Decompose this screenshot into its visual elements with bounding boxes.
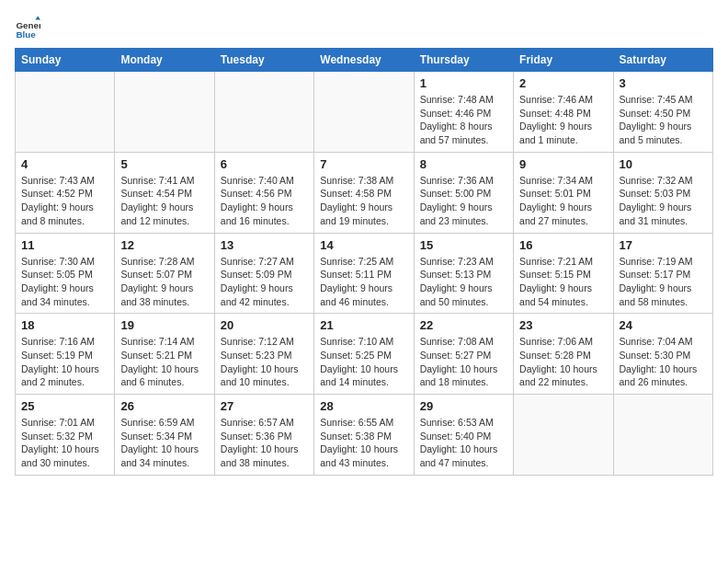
calendar-cell [16,72,115,153]
day-info: Sunrise: 6:59 AMSunset: 5:34 PMDaylight:… [120,416,208,470]
day-number: 15 [420,238,507,252]
calendar-cell [514,395,613,476]
day-info: Sunrise: 6:53 AMSunset: 5:40 PMDaylight:… [420,416,507,470]
day-info: Sunrise: 7:41 AMSunset: 4:54 PMDaylight:… [120,174,208,228]
calendar-cell: 13Sunrise: 7:27 AMSunset: 5:09 PMDayligh… [214,233,313,314]
day-info: Sunrise: 7:32 AMSunset: 5:03 PMDaylight:… [620,174,707,228]
logo-icon: General Blue [15,15,40,40]
day-info: Sunrise: 7:04 AMSunset: 5:30 PMDaylight:… [620,335,707,389]
calendar-cell: 28Sunrise: 6:55 AMSunset: 5:38 PMDayligh… [314,395,414,476]
day-number: 23 [519,318,607,332]
calendar-cell: 25Sunrise: 7:01 AMSunset: 5:32 PMDayligh… [16,395,115,476]
day-info: Sunrise: 7:14 AMSunset: 5:21 PMDaylight:… [120,335,208,389]
day-number: 22 [420,318,507,332]
calendar-cell: 1Sunrise: 7:48 AMSunset: 4:46 PMDaylight… [414,72,513,153]
calendar-cell [613,395,712,476]
calendar-cell: 11Sunrise: 7:30 AMSunset: 5:05 PMDayligh… [16,233,115,314]
day-number: 29 [420,399,507,413]
day-info: Sunrise: 7:46 AMSunset: 4:48 PMDaylight:… [519,93,607,147]
calendar-header-thursday: Thursday [414,49,513,72]
calendar-header-saturday: Saturday [613,49,712,72]
day-number: 8 [420,157,507,171]
day-info: Sunrise: 7:23 AMSunset: 5:13 PMDaylight:… [420,255,507,309]
day-number: 18 [21,318,108,332]
day-info: Sunrise: 6:55 AMSunset: 5:38 PMDaylight:… [320,416,407,470]
calendar-cell [115,72,214,153]
day-number: 4 [21,157,108,171]
day-info: Sunrise: 6:57 AMSunset: 5:36 PMDaylight:… [221,416,308,470]
day-number: 6 [221,157,308,171]
calendar-table: SundayMondayTuesdayWednesdayThursdayFrid… [15,48,713,476]
day-number: 10 [620,157,707,171]
day-number: 3 [620,76,707,90]
calendar-cell: 15Sunrise: 7:23 AMSunset: 5:13 PMDayligh… [414,233,513,314]
calendar-cell: 6Sunrise: 7:40 AMSunset: 4:56 PMDaylight… [214,152,313,233]
svg-text:Blue: Blue [16,29,36,40]
svg-marker-2 [35,16,40,19]
day-number: 28 [320,399,407,413]
day-info: Sunrise: 7:16 AMSunset: 5:19 PMDaylight:… [21,335,108,389]
day-number: 14 [320,238,407,252]
calendar-cell [214,72,313,153]
calendar-header-wednesday: Wednesday [314,49,414,72]
calendar-cell: 14Sunrise: 7:25 AMSunset: 5:11 PMDayligh… [314,233,414,314]
day-info: Sunrise: 7:43 AMSunset: 4:52 PMDaylight:… [21,174,108,228]
day-info: Sunrise: 7:28 AMSunset: 5:07 PMDaylight:… [120,255,208,309]
day-info: Sunrise: 7:45 AMSunset: 4:50 PMDaylight:… [620,93,707,147]
calendar-header-friday: Friday [514,49,613,72]
day-info: Sunrise: 7:12 AMSunset: 5:23 PMDaylight:… [221,335,308,389]
calendar-cell: 12Sunrise: 7:28 AMSunset: 5:07 PMDayligh… [115,233,214,314]
day-info: Sunrise: 7:01 AMSunset: 5:32 PMDaylight:… [21,416,108,470]
calendar-cell: 17Sunrise: 7:19 AMSunset: 5:17 PMDayligh… [613,233,712,314]
calendar-cell: 10Sunrise: 7:32 AMSunset: 5:03 PMDayligh… [613,152,712,233]
calendar-week-row-2: 4Sunrise: 7:43 AMSunset: 4:52 PMDaylight… [16,152,713,233]
day-number: 21 [320,318,407,332]
day-info: Sunrise: 7:06 AMSunset: 5:28 PMDaylight:… [519,335,607,389]
day-number: 11 [21,238,108,252]
logo: General Blue [15,15,44,40]
day-number: 5 [120,157,208,171]
day-info: Sunrise: 7:25 AMSunset: 5:11 PMDaylight:… [320,255,407,309]
calendar-cell: 24Sunrise: 7:04 AMSunset: 5:30 PMDayligh… [613,314,712,395]
calendar-cell [314,72,414,153]
day-info: Sunrise: 7:10 AMSunset: 5:25 PMDaylight:… [320,335,407,389]
calendar-cell: 27Sunrise: 6:57 AMSunset: 5:36 PMDayligh… [214,395,313,476]
calendar-cell: 4Sunrise: 7:43 AMSunset: 4:52 PMDaylight… [16,152,115,233]
day-number: 27 [221,399,308,413]
calendar-cell: 7Sunrise: 7:38 AMSunset: 4:58 PMDaylight… [314,152,414,233]
calendar-cell: 16Sunrise: 7:21 AMSunset: 5:15 PMDayligh… [514,233,613,314]
calendar-week-row-1: 1Sunrise: 7:48 AMSunset: 4:46 PMDaylight… [16,72,713,153]
day-info: Sunrise: 7:30 AMSunset: 5:05 PMDaylight:… [21,255,108,309]
day-info: Sunrise: 7:08 AMSunset: 5:27 PMDaylight:… [420,335,507,389]
day-info: Sunrise: 7:38 AMSunset: 4:58 PMDaylight:… [320,174,407,228]
calendar-cell: 29Sunrise: 6:53 AMSunset: 5:40 PMDayligh… [414,395,513,476]
calendar-cell: 21Sunrise: 7:10 AMSunset: 5:25 PMDayligh… [314,314,414,395]
day-info: Sunrise: 7:48 AMSunset: 4:46 PMDaylight:… [420,93,507,147]
calendar-cell: 19Sunrise: 7:14 AMSunset: 5:21 PMDayligh… [115,314,214,395]
day-number: 16 [519,238,607,252]
day-info: Sunrise: 7:27 AMSunset: 5:09 PMDaylight:… [221,255,308,309]
day-info: Sunrise: 7:34 AMSunset: 5:01 PMDaylight:… [519,174,607,228]
day-info: Sunrise: 7:19 AMSunset: 5:17 PMDaylight:… [620,255,707,309]
day-number: 1 [420,76,507,90]
calendar-cell: 2Sunrise: 7:46 AMSunset: 4:48 PMDaylight… [514,72,613,153]
day-number: 9 [519,157,607,171]
day-number: 25 [21,399,108,413]
calendar-cell: 9Sunrise: 7:34 AMSunset: 5:01 PMDaylight… [514,152,613,233]
day-number: 13 [221,238,308,252]
day-info: Sunrise: 7:21 AMSunset: 5:15 PMDaylight:… [519,255,607,309]
day-number: 7 [320,157,407,171]
day-info: Sunrise: 7:36 AMSunset: 5:00 PMDaylight:… [420,174,507,228]
calendar-cell: 20Sunrise: 7:12 AMSunset: 5:23 PMDayligh… [214,314,313,395]
calendar-cell: 26Sunrise: 6:59 AMSunset: 5:34 PMDayligh… [115,395,214,476]
day-number: 20 [221,318,308,332]
page-header: General Blue [15,15,713,40]
day-number: 24 [620,318,707,332]
calendar-header-tuesday: Tuesday [214,49,313,72]
day-number: 17 [620,238,707,252]
calendar-cell: 23Sunrise: 7:06 AMSunset: 5:28 PMDayligh… [514,314,613,395]
calendar-cell: 18Sunrise: 7:16 AMSunset: 5:19 PMDayligh… [16,314,115,395]
day-number: 2 [519,76,607,90]
calendar-cell: 8Sunrise: 7:36 AMSunset: 5:00 PMDaylight… [414,152,513,233]
day-number: 26 [120,399,208,413]
